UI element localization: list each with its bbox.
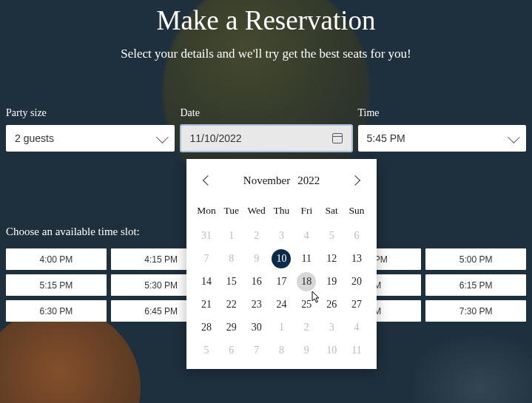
calendar-day: 7: [194, 247, 219, 270]
time-select[interactable]: 5:45 PM: [358, 125, 527, 152]
calendar-day[interactable]: 12: [319, 247, 344, 270]
calendar-day[interactable]: 15: [219, 270, 244, 293]
date-label: Date: [181, 107, 352, 119]
calendar-day: 8: [269, 339, 294, 362]
calendar-day[interactable]: 11: [294, 247, 319, 270]
chevron-down-icon: [155, 131, 168, 143]
calendar-day: 3: [269, 224, 294, 247]
calendar-day[interactable]: 24: [269, 293, 294, 316]
calendar-day[interactable]: 21: [194, 293, 219, 316]
calendar-day: 2: [294, 316, 319, 339]
calendar-day[interactable]: 30: [244, 316, 269, 339]
calendar-popover: November 2022 MonTueWedThuFriSatSun31123…: [186, 159, 377, 369]
time-field: Time 5:45 PM: [358, 107, 527, 152]
calendar-day[interactable]: 17: [269, 270, 294, 293]
calendar-grid: MonTueWedThuFriSatSun3112345678910111213…: [194, 200, 369, 362]
time-slot[interactable]: 6:30 PM: [6, 300, 107, 322]
calendar-day: 5: [319, 224, 344, 247]
filter-row: Party size 2 guests Date 11/10/2022 Time…: [6, 107, 526, 152]
calendar-month: November: [243, 175, 290, 187]
calendar-day: 9: [294, 339, 319, 362]
calendar-day[interactable]: 18: [294, 270, 319, 293]
calendar-dow: Sat: [319, 200, 344, 224]
time-slot[interactable]: 5:15 PM: [6, 274, 107, 296]
calendar-day[interactable]: 29: [219, 316, 244, 339]
time-slot[interactable]: 7:30 PM: [425, 300, 526, 322]
calendar-dow: Tue: [219, 200, 244, 224]
calendar-dow: Thu: [269, 200, 294, 224]
page-title: Make a Reservation: [6, 4, 526, 36]
time-slot[interactable]: 5:00 PM: [425, 248, 526, 270]
calendar-day: 1: [269, 316, 294, 339]
party-size-value: 2 guests: [15, 132, 54, 144]
calendar-day[interactable]: 27: [344, 293, 369, 316]
calendar-day: 9: [244, 247, 269, 270]
party-size-select[interactable]: 2 guests: [6, 125, 175, 152]
page-subtitle: Select your details and we'll try get th…: [6, 47, 526, 61]
calendar-day[interactable]: 26: [319, 293, 344, 316]
calendar-day: 4: [344, 316, 369, 339]
next-month-icon[interactable]: [350, 175, 360, 186]
calendar-day: 7: [244, 339, 269, 362]
party-size-field: Party size 2 guests: [6, 107, 175, 152]
calendar-dow: Fri: [294, 200, 319, 224]
time-slot[interactable]: 6:15 PM: [425, 274, 526, 296]
date-input[interactable]: 11/10/2022: [181, 125, 352, 152]
calendar-day: 31: [194, 224, 219, 247]
party-size-label: Party size: [6, 107, 175, 119]
time-value: 5:45 PM: [367, 132, 405, 144]
prev-month-icon[interactable]: [203, 175, 213, 186]
calendar-day[interactable]: 10: [269, 247, 294, 270]
calendar-day[interactable]: 14: [194, 270, 219, 293]
time-slot[interactable]: 4:00 PM: [6, 248, 107, 270]
calendar-day: 5: [194, 339, 219, 362]
time-label: Time: [358, 107, 527, 119]
calendar-icon: [332, 133, 343, 143]
calendar-day[interactable]: 16: [244, 270, 269, 293]
calendar-day[interactable]: 13: [344, 247, 369, 270]
calendar-day: 10: [319, 339, 344, 362]
calendar-day[interactable]: 28: [194, 316, 219, 339]
calendar-day[interactable]: 20: [344, 270, 369, 293]
calendar-day: 6: [219, 339, 244, 362]
calendar-day[interactable]: 19: [319, 270, 344, 293]
calendar-day[interactable]: 22: [219, 293, 244, 316]
calendar-day: 1: [219, 224, 244, 247]
calendar-day[interactable]: 23: [244, 293, 269, 316]
calendar-day: 6: [344, 224, 369, 247]
date-field: Date 11/10/2022: [181, 107, 352, 152]
date-value: 11/10/2022: [190, 132, 242, 144]
calendar-dow: Sun: [344, 200, 369, 224]
calendar-dow: Mon: [194, 200, 219, 224]
calendar-year: 2022: [297, 175, 320, 187]
calendar-dow: Wed: [244, 200, 269, 224]
calendar-day: 8: [219, 247, 244, 270]
calendar-day[interactable]: 25: [294, 293, 319, 316]
calendar-day: 2: [244, 224, 269, 247]
calendar-day: 4: [294, 224, 319, 247]
calendar-header: November 2022: [194, 169, 369, 192]
chevron-down-icon: [508, 131, 520, 143]
calendar-day: 3: [319, 316, 344, 339]
calendar-day: 11: [344, 339, 369, 362]
